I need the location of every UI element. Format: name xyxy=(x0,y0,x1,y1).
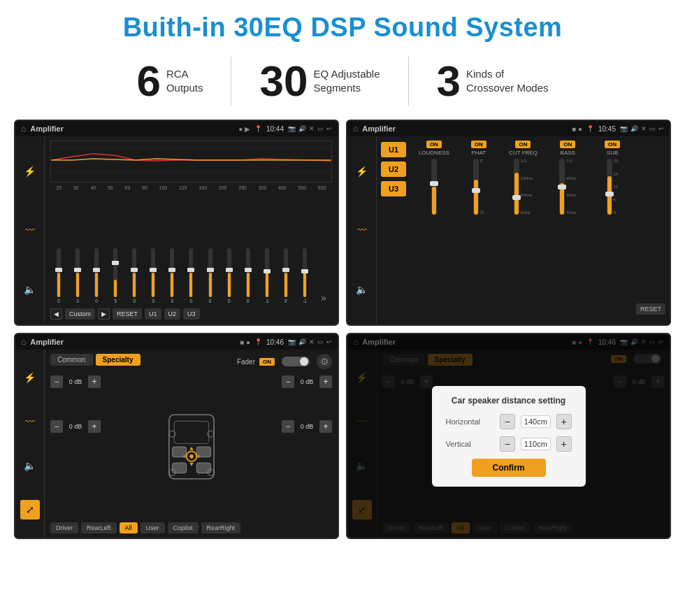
db-value-fl: 0 dB xyxy=(66,378,85,385)
tab-common[interactable]: Common xyxy=(50,354,93,366)
location-icon-2: 📍 xyxy=(586,125,594,132)
close-icon-1[interactable]: ✕ xyxy=(309,125,315,132)
u3-button[interactable]: U3 xyxy=(381,181,406,196)
eq-slider-8[interactable]: 0 xyxy=(202,248,219,303)
tab-specialty[interactable]: Specialty xyxy=(96,354,140,366)
u3-button-eq[interactable]: U3 xyxy=(183,308,200,320)
db-plus-fr[interactable]: + xyxy=(319,375,332,388)
speaker-filter-icon[interactable]: ⚡ xyxy=(20,368,40,387)
prev-button[interactable]: ◀ xyxy=(50,308,62,320)
ch-loudness-on[interactable]: ON xyxy=(426,141,442,148)
close-icon-3[interactable]: ✕ xyxy=(309,338,315,345)
close-icon-2[interactable]: ✕ xyxy=(641,125,647,132)
ch-sub-on[interactable]: ON xyxy=(605,141,620,148)
u1-button-eq[interactable]: U1 xyxy=(145,308,161,320)
db-plus-rl[interactable]: + xyxy=(88,420,101,433)
ch-bass-on[interactable]: ON xyxy=(560,141,575,148)
eq-filter-icon[interactable]: ⚡ xyxy=(20,162,40,181)
eq-slider-5[interactable]: 0 xyxy=(145,248,161,303)
speaker-vol-icon[interactable]: 🔈 xyxy=(20,456,40,475)
fader-toggle[interactable] xyxy=(282,357,310,366)
screens-grid: ⌂ Amplifier ● ▶ 📍 10:44 📷 🔊 ✕ ▭ ↩ ⚡ 〰 🔈 xyxy=(0,115,685,546)
eq-slider-2[interactable]: 0 xyxy=(88,248,105,303)
camera-icon-3: 📷 xyxy=(288,338,296,345)
rearleft-button[interactable]: RearLeft xyxy=(81,522,117,533)
dialog-horizontal-minus[interactable]: − xyxy=(500,414,515,429)
home-icon-1[interactable]: ⌂ xyxy=(21,124,26,134)
eq-slider-7[interactable]: 0 xyxy=(182,248,199,303)
db-plus-rr[interactable]: + xyxy=(319,420,332,433)
window-icon-3[interactable]: ▭ xyxy=(317,338,324,345)
expand-icon[interactable]: » xyxy=(315,292,332,303)
rearright-button[interactable]: RearRight xyxy=(201,522,241,533)
home-icon-3[interactable]: ⌂ xyxy=(21,337,26,347)
dialog-horizontal-plus[interactable]: + xyxy=(556,414,572,429)
confirm-button[interactable]: Confirm xyxy=(472,459,546,477)
ch-cutfreq-on[interactable]: ON xyxy=(515,141,531,148)
ch-phat-on[interactable]: ON xyxy=(471,141,486,148)
eq-slider-3[interactable]: 5 xyxy=(107,248,124,303)
window-icon-2[interactable]: ▭ xyxy=(649,125,656,132)
user-button[interactable]: User xyxy=(140,522,165,533)
reset-button[interactable]: RESET xyxy=(113,308,142,320)
play-button[interactable]: ▶ xyxy=(98,308,110,320)
copilot-button[interactable]: Copilot xyxy=(168,522,199,533)
ch-loudness-label: LOUDNESS xyxy=(419,150,449,156)
all-button[interactable]: All xyxy=(120,522,138,533)
crossover-reset-button[interactable]: RESET xyxy=(636,303,665,315)
u2-button[interactable]: U2 xyxy=(381,162,406,177)
eq-slider-4[interactable]: 0 xyxy=(126,248,143,303)
ch-bass-slider[interactable] xyxy=(559,159,565,215)
db-minus-rr[interactable]: − xyxy=(282,420,294,433)
dialog-vertical-minus[interactable]: − xyxy=(500,436,515,452)
fader-on-badge[interactable]: ON xyxy=(259,358,275,366)
home-icon-2[interactable]: ⌂ xyxy=(353,124,358,134)
ch-loudness-slider[interactable] xyxy=(431,159,437,215)
eq-slider-6[interactable]: 0 xyxy=(164,248,180,303)
dialog-vertical-plus[interactable]: + xyxy=(556,436,572,452)
screen-eq: ⌂ Amplifier ● ▶ 📍 10:44 📷 🔊 ✕ ▭ ↩ ⚡ 〰 🔈 xyxy=(14,120,339,326)
driver-button[interactable]: Driver xyxy=(50,522,78,533)
db-minus-rl[interactable]: − xyxy=(50,420,63,433)
eq-wave-icon[interactable]: 〰 xyxy=(20,220,40,240)
db-plus-fl[interactable]: + xyxy=(88,375,101,388)
eq-speaker-icon[interactable]: 🔈 xyxy=(20,280,40,299)
u2-button-eq[interactable]: U2 xyxy=(164,308,181,320)
dialog-horizontal-label: Horizontal xyxy=(446,417,495,426)
window-icon-1[interactable]: ▭ xyxy=(317,125,324,132)
crossover-filter-icon[interactable]: ⚡ xyxy=(352,162,372,181)
crossover-speaker-icon[interactable]: 🔈 xyxy=(352,280,372,299)
status-dots-2: ■ ● xyxy=(572,125,582,133)
back-icon-3[interactable]: ↩ xyxy=(326,338,332,345)
u1-button[interactable]: U1 xyxy=(381,142,406,157)
svg-point-11 xyxy=(189,454,194,459)
back-icon-2[interactable]: ↩ xyxy=(658,125,664,132)
eq-graph xyxy=(50,141,332,182)
db-minus-fl[interactable]: − xyxy=(50,375,63,388)
back-icon-1[interactable]: ↩ xyxy=(326,125,332,132)
status-icons-3: 📷 🔊 ✕ ▭ ↩ xyxy=(288,338,332,345)
speaker-settings-icon[interactable]: ⚙ xyxy=(317,354,332,369)
eq-slider-10[interactable]: 0 xyxy=(240,248,257,303)
speaker-wave-icon[interactable]: 〰 xyxy=(20,412,40,431)
svg-rect-8 xyxy=(172,463,186,473)
eq-slider-9[interactable]: 0 xyxy=(221,248,238,303)
status-dots-1: ● ▶ xyxy=(238,125,250,133)
db-minus-fr[interactable]: − xyxy=(282,375,294,388)
eq-slider-12[interactable]: 0 xyxy=(277,248,294,303)
right-db-controls: − 0 dB + − 0 dB + xyxy=(282,375,332,518)
ch-phat-labels: FG xyxy=(480,159,484,215)
ch-sub-slider[interactable] xyxy=(607,159,612,215)
db-control-rr: − 0 dB + xyxy=(282,420,332,433)
speaker-expand-icon[interactable]: ⤢ xyxy=(20,500,40,520)
custom-button[interactable]: Custom xyxy=(65,308,95,320)
eq-slider-1[interactable]: 0 xyxy=(69,248,86,303)
stat-number-rca: 6 xyxy=(136,59,160,103)
db-value-fr: 0 dB xyxy=(297,378,317,385)
eq-slider-13[interactable]: -1 xyxy=(296,248,313,303)
ch-phat-slider[interactable] xyxy=(473,159,479,215)
eq-slider-11[interactable]: -1 xyxy=(259,248,275,303)
eq-slider-0[interactable]: 0 xyxy=(50,248,67,303)
ch-cutfreq-slider[interactable] xyxy=(514,159,519,215)
crossover-wave-icon[interactable]: 〰 xyxy=(352,220,372,240)
